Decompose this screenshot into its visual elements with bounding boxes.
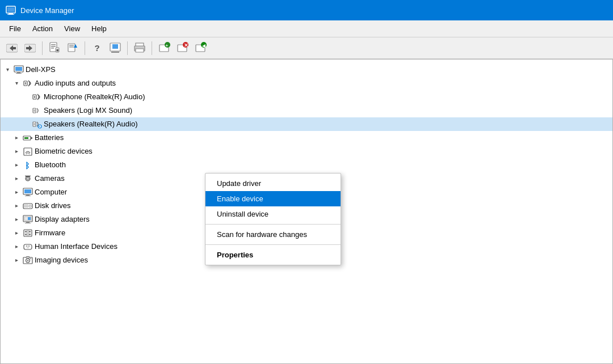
svg-rect-63 [24,206,28,208]
expand-icon-root: ▾ [3,65,12,74]
tree-node-label-batteries: Batteries [35,132,64,144]
svg-text:✕: ✕ [184,42,188,48]
expand-icon-audio: ▾ [12,79,21,88]
svg-rect-25 [136,49,144,52]
title-bar: Device Manager [0,0,613,20]
expand-icon-batteries: ▸ [12,133,21,142]
svg-point-83 [30,258,31,259]
svg-rect-38 [16,73,22,74]
forward-button[interactable] [22,40,39,56]
svg-rect-2 [7,14,14,15]
svg-text:■: ■ [56,48,58,52]
tree-node-label-cameras: Cameras [35,172,65,185]
svg-point-81 [27,260,29,261]
svg-rect-82 [26,257,30,259]
svg-rect-75 [24,244,32,249]
computer-icon [14,65,24,75]
bluetooth-icon: ᛒ [23,160,33,170]
print-button[interactable] [131,40,148,56]
menu-help[interactable]: Help [87,23,111,34]
biometric-icon [23,146,33,156]
tree-node-audio[interactable]: ▾ Audio inputs and outputs [1,77,612,90]
tree-node-dell-xps[interactable]: ▾ Dell-XPS [1,63,612,77]
hid-icon [23,242,33,252]
remove-button[interactable]: ✕ [174,40,191,56]
svg-rect-78 [27,248,29,248]
speakers-realtek-icon [32,119,42,129]
context-menu: Update driver Enable device Uninstall de… [205,173,341,265]
tree-node-batteries[interactable]: ▸ Batteries [1,131,612,145]
tree-node-label-disk-drives: Disk drives [35,200,71,212]
svg-text:ᛒ: ᛒ [25,161,30,170]
firmware-icon [23,228,33,238]
properties-button[interactable]: ■ [46,40,63,56]
expand-icon-computer: ▸ [12,188,21,197]
tree-node-microphone[interactable]: ▸ Microphone (Realtek(R) Audio) [1,90,612,104]
svg-rect-3 [7,7,14,12]
tree-node-label-hid: Human Interface Devices [35,240,117,253]
tree-node-label-dell-xps: Dell-XPS [26,64,56,76]
expand-icon-firmware: ▸ [12,228,21,238]
ctx-properties[interactable]: Properties [205,247,341,263]
svg-point-77 [28,246,30,247]
add-legacy-button[interactable]: + [156,40,173,56]
svg-rect-40 [25,82,26,84]
ctx-separator-1 [205,224,341,225]
svg-rect-72 [29,231,31,232]
tree-node-label-microphone: Microphone (Realtek(R) Audio) [44,91,145,103]
tree-node-label-audio: Audio inputs and outputs [35,77,116,90]
tree-node-label-display-adapters: Display adapters [35,213,90,226]
speakers-logi-icon [32,105,42,116]
tree-node-biometric[interactable]: ▸ Biometric devices [1,145,612,158]
ctx-enable-device[interactable]: Enable device [205,191,341,206]
svg-rect-18 [69,46,74,48]
tree-node-label-speakers-logi: Speakers (Logi MX Sound) [44,104,132,117]
svg-rect-62 [24,205,28,206]
svg-rect-13 [51,48,54,49]
svg-rect-11 [51,44,56,45]
expand-icon-cameras: ▸ [12,174,21,183]
svg-rect-42 [34,96,35,98]
display-icon [23,214,33,225]
svg-rect-9 [26,47,29,49]
menu-view[interactable]: View [60,23,85,34]
audio-icon [23,78,33,88]
help-button[interactable]: ? [89,40,106,56]
tree-node-speakers-logi[interactable]: ▸ Speakers (Logi MX Sound) [1,104,612,117]
back-button[interactable] [3,40,20,56]
svg-rect-71 [25,234,27,235]
toolbar-separator-2 [85,41,85,55]
expand-icon-biometric: ▸ [12,147,21,156]
svg-point-76 [26,246,28,247]
svg-rect-46 [34,123,35,125]
main-panel: ▾ Dell-XPS ▾ A [0,59,613,364]
microphone-icon [32,92,42,102]
svg-rect-67 [25,223,31,223]
svg-rect-12 [51,46,56,47]
title-text: Device Manager [20,6,74,15]
menu-file[interactable]: File [5,23,26,34]
update-driver-toolbar-button[interactable] [64,40,81,56]
tree-node-label-bluetooth: Bluetooth [35,159,66,171]
tree-node-bluetooth[interactable]: ▸ ᛒ Bluetooth [1,158,612,172]
svg-rect-57 [24,189,31,193]
computer-node-icon [23,187,33,197]
update-button[interactable] [192,40,209,56]
menu-action[interactable]: Action [28,23,57,34]
ctx-uninstall-device[interactable]: Uninstall device [205,206,341,222]
svg-rect-58 [26,194,30,196]
svg-rect-21 [111,52,119,53]
tree-node-label-imaging: Imaging devices [35,254,88,266]
disk-icon [23,201,33,211]
toolbar-separator-4 [152,41,152,55]
toolbar: ■ ? + [0,37,613,59]
expand-icon-bluetooth: ▸ [12,160,21,170]
ctx-scan-hardware[interactable]: Scan for hardware changes [205,227,341,242]
svg-rect-59 [25,196,31,196]
svg-rect-6 [13,47,16,49]
cameras-icon [23,173,33,184]
ctx-separator-2 [205,244,341,245]
scan-button[interactable] [107,40,124,56]
tree-node-speakers-realtek[interactable]: ▸ Speakers (Realtek(R) Audio) [1,117,612,131]
ctx-update-driver[interactable]: Update driver [205,176,341,191]
